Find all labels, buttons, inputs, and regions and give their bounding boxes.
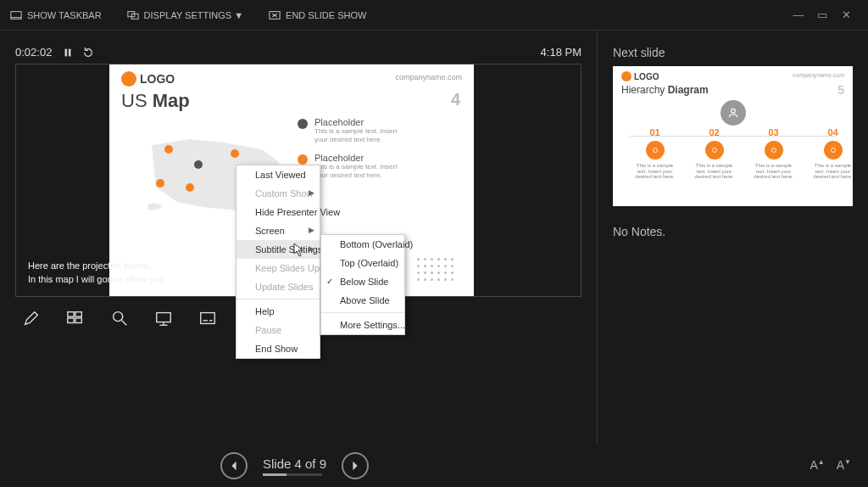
font-size-controls: A▲ A▼ bbox=[810, 458, 851, 472]
svg-point-34 bbox=[771, 148, 776, 153]
elapsed-timer: 0:02:02 bbox=[15, 46, 52, 59]
svg-point-19 bbox=[114, 312, 123, 322]
next-slide-thumbnail[interactable]: LOGO companyname.com Hierarchy Diagram 5… bbox=[613, 66, 853, 206]
gear-icon bbox=[121, 71, 136, 87]
svg-point-31 bbox=[731, 109, 735, 113]
end-slide-show-label: END SLIDE SHOW bbox=[286, 10, 366, 20]
svg-point-9 bbox=[164, 145, 173, 154]
subtitles-button[interactable] bbox=[195, 305, 220, 331]
show-taskbar-button[interactable]: SHOW TASKBAR bbox=[10, 9, 102, 21]
notes-area: No Notes. bbox=[613, 225, 853, 238]
svg-point-33 bbox=[712, 148, 716, 153]
timer-row: 0:02:02 4:18 PM bbox=[15, 46, 581, 59]
font-decrease-button[interactable]: A▼ bbox=[837, 458, 851, 472]
close-button[interactable]: ✕ bbox=[834, 8, 858, 21]
hierarchy-node: 02This is a sample text. Insert your des… bbox=[691, 127, 737, 180]
menu-item: Keep Slides Updated bbox=[236, 259, 320, 277]
submenu-item[interactable]: Top (Overlaid) bbox=[321, 254, 404, 272]
current-time: 4:18 PM bbox=[541, 46, 581, 59]
placeholder-item: Placeholder This is a sample text. Inser… bbox=[298, 117, 408, 143]
svg-point-12 bbox=[186, 183, 194, 192]
submenu-item[interactable]: More Settings... bbox=[321, 316, 404, 334]
slide-logo: LOGO bbox=[121, 71, 175, 87]
menu-item: Custom Show▶ bbox=[236, 184, 320, 203]
end-slide-show-button[interactable]: END SLIDE SHOW bbox=[269, 9, 366, 21]
svg-point-11 bbox=[156, 179, 164, 188]
display-settings-label: DISPLAY SETTINGS ▼ bbox=[144, 10, 243, 20]
svg-point-10 bbox=[194, 160, 203, 169]
font-increase-button[interactable]: A▲ bbox=[810, 458, 824, 472]
prev-slide-button[interactable] bbox=[220, 452, 248, 479]
pen-tool-button[interactable] bbox=[19, 305, 44, 331]
top-toolbar: SHOW TASKBAR DISPLAY SETTINGS ▼ END SLID… bbox=[0, 0, 868, 31]
slide-url: companyname.com bbox=[395, 73, 462, 81]
submenu-item[interactable]: Above Slide bbox=[321, 291, 404, 310]
menu-item: Pause bbox=[236, 321, 320, 339]
maximize-button[interactable]: ▭ bbox=[810, 8, 834, 21]
svg-point-13 bbox=[231, 149, 239, 158]
show-taskbar-label: SHOW TASKBAR bbox=[27, 10, 102, 20]
subtitle-caption: Here are the projected saves. In this ma… bbox=[28, 260, 167, 286]
hierarchy-node: 01This is a sample text. Insert your des… bbox=[632, 127, 678, 180]
svg-point-32 bbox=[653, 148, 657, 153]
svg-line-20 bbox=[122, 321, 127, 326]
svg-rect-21 bbox=[157, 313, 171, 322]
slide-title: US Map bbox=[121, 90, 190, 112]
svg-rect-24 bbox=[201, 313, 215, 324]
next-slide-number: 5 bbox=[837, 83, 844, 97]
slide-counter: Slide 4 of 9 bbox=[263, 456, 326, 476]
avatar-icon bbox=[721, 100, 746, 126]
dot-icon bbox=[298, 119, 308, 129]
dot-pattern bbox=[417, 258, 455, 283]
svg-marker-37 bbox=[353, 462, 357, 471]
display-settings-button[interactable]: DISPLAY SETTINGS ▼ bbox=[127, 9, 243, 21]
context-menu[interactable]: Last ViewedCustom Show▶Hide Presenter Vi… bbox=[236, 165, 320, 359]
svg-rect-8 bbox=[69, 48, 71, 56]
next-slide-title: Hierarchy Diagram bbox=[621, 84, 709, 96]
minimize-button[interactable]: — bbox=[787, 8, 810, 21]
footer-nav: Slide 4 of 9 bbox=[0, 445, 868, 487]
menu-item[interactable]: Screen▶ bbox=[236, 221, 320, 240]
menu-item[interactable]: End Show bbox=[236, 339, 320, 358]
slides-grid-button[interactable] bbox=[63, 305, 88, 331]
zoom-button[interactable] bbox=[107, 305, 132, 331]
next-slide-heading: Next slide bbox=[613, 46, 853, 59]
dot-icon bbox=[298, 154, 308, 165]
svg-rect-16 bbox=[75, 312, 81, 317]
svg-rect-17 bbox=[68, 318, 74, 323]
next-slide-url: companyname.com bbox=[793, 72, 844, 78]
next-slide-button[interactable] bbox=[342, 452, 369, 479]
next-slide-logo: LOGO bbox=[621, 71, 659, 81]
menu-item[interactable]: Subtitle Settings▶ bbox=[236, 240, 320, 259]
svg-rect-18 bbox=[75, 318, 81, 323]
submenu-item[interactable]: Below Slide✓ bbox=[321, 272, 404, 291]
slide-number: 4 bbox=[451, 90, 460, 109]
svg-rect-7 bbox=[65, 48, 68, 56]
menu-item[interactable]: Last Viewed bbox=[236, 165, 320, 184]
black-screen-button[interactable] bbox=[151, 305, 176, 331]
menu-item[interactable]: Hide Presenter View bbox=[236, 203, 320, 221]
hierarchy-node: 03This is a sample text. Insert your des… bbox=[750, 127, 797, 180]
menu-item: Update Slides bbox=[236, 277, 320, 296]
svg-marker-36 bbox=[231, 462, 236, 471]
svg-rect-15 bbox=[68, 312, 74, 317]
submenu-item[interactable]: Bottom (Overlaid) bbox=[321, 235, 404, 254]
subtitle-submenu[interactable]: Bottom (Overlaid)Top (Overlaid)Below Sli… bbox=[320, 234, 405, 335]
svg-point-35 bbox=[831, 148, 835, 153]
pause-timer-button[interactable] bbox=[62, 47, 74, 59]
hierarchy-node: 04This is a sample text. Insert your des… bbox=[810, 127, 853, 180]
reset-timer-button[interactable] bbox=[82, 47, 94, 59]
menu-item[interactable]: Help bbox=[236, 302, 320, 321]
